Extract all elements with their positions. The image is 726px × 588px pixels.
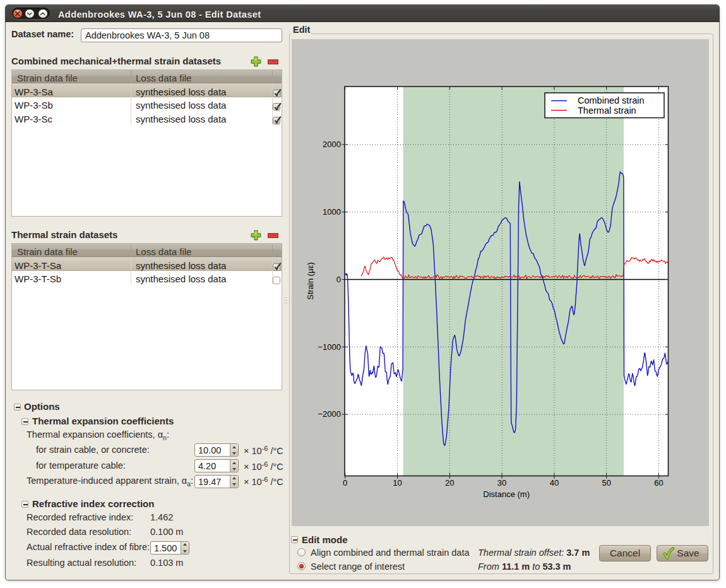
svg-text:40: 40 [550, 478, 559, 488]
svg-text:60: 60 [654, 478, 663, 488]
svg-text:−2000: −2000 [318, 409, 341, 419]
svg-text:Distance (m): Distance (m) [483, 489, 530, 499]
svg-text:−1000: −1000 [318, 342, 341, 352]
svg-text:2000: 2000 [323, 140, 341, 149]
svg-text:30: 30 [497, 478, 506, 488]
svg-text:Combined strain: Combined strain [578, 95, 645, 105]
svg-text:0: 0 [336, 275, 341, 284]
svg-text:Strain (με): Strain (με) [306, 262, 315, 300]
svg-text:20: 20 [445, 478, 454, 488]
svg-text:Thermal strain: Thermal strain [578, 105, 636, 116]
svg-text:0: 0 [343, 478, 347, 488]
svg-text:10: 10 [393, 478, 402, 488]
svg-text:1000: 1000 [323, 207, 341, 217]
svg-text:50: 50 [602, 478, 610, 488]
